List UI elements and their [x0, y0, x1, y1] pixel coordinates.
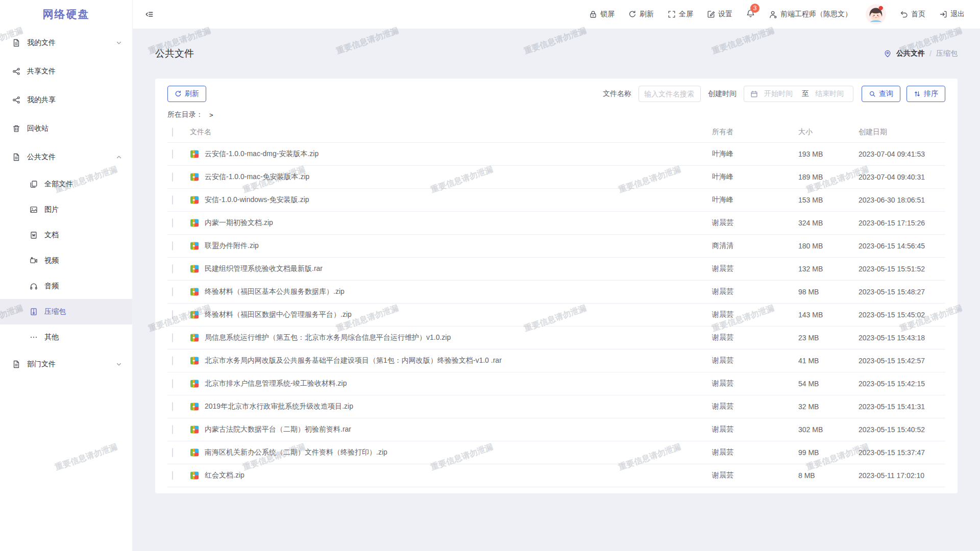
file-name[interactable]: 终验材料（福田区数据中心管理服务平台）.zip — [205, 310, 352, 319]
settings-label: 设置 — [718, 10, 732, 19]
breadcrumb-root[interactable]: 公共文件 — [896, 49, 925, 58]
select-all-checkbox[interactable] — [172, 128, 173, 137]
row-checkbox[interactable] — [172, 149, 173, 159]
sidebar-item-public-files[interactable]: 公共文件 — [0, 143, 132, 171]
table-row[interactable]: 局信息系统运行维护（第五包：北京市水务局综合信息平台运行维护）v1.0.zip谢… — [167, 327, 945, 349]
sidebar: 网络硬盘 我的文件共享文件我的共享回收站公共文件全部文件图片文档视频音频压缩包其… — [0, 0, 133, 551]
sidebar-item-shared-files[interactable]: 共享文件 — [0, 57, 132, 86]
file-name[interactable]: 内蒙古法院大数据平台（二期）初验前资料.rar — [205, 425, 351, 434]
file-name[interactable]: 红会文档.zip — [205, 471, 244, 480]
table-row[interactable]: 终验材料（福田区数据中心管理服务平台）.zip谢晨芸143 MB2023-05-… — [167, 304, 945, 327]
chevron-up-icon — [116, 154, 122, 160]
file-date: 2023-05-15 15:37:47 — [859, 448, 945, 457]
table-row[interactable]: 北京市排水户信息管理系统-竣工验收材料.zip谢晨芸54 MB2023-05-1… — [167, 372, 945, 395]
col-header-date[interactable]: 创建日期 — [859, 128, 945, 137]
filename-search-input[interactable] — [639, 86, 701, 102]
file-name[interactable]: 联盟办件附件.zip — [205, 241, 259, 251]
file-name[interactable]: 云安信-1.0.0-mac-免安装版本.zip — [205, 172, 309, 182]
row-checkbox[interactable] — [172, 264, 173, 273]
refresh-list-button[interactable]: 刷新 — [167, 86, 206, 102]
file-name[interactable]: 内蒙一期初验文档.zip — [205, 218, 273, 228]
file-owner: 谢晨芸 — [712, 448, 798, 457]
notifications-button[interactable]: 3 — [746, 9, 755, 19]
table-row[interactable]: 南海区机关新办公系统（二期）文件资料（终验打印）.zip谢晨芸99 MB2023… — [167, 441, 945, 464]
table-row[interactable]: 内蒙一期初验文档.zip谢晨芸324 MB2023-06-15 17:15:26 — [167, 212, 945, 235]
row-checkbox[interactable] — [172, 218, 173, 228]
file-name[interactable]: 南海区机关新办公系统（二期）文件资料（终验打印）.zip — [205, 448, 387, 457]
file-name[interactable]: 终验材料（福田区基本公共服务数据库）.zip — [205, 287, 345, 296]
file-list-card: 刷新 文件名称 创建时间 开始时间 至 结束时间 — [155, 79, 958, 493]
row-checkbox[interactable] — [172, 379, 173, 388]
table-row[interactable]: 安信-1.0.0-windows-免安装版.zip叶海峰153 MB2023-0… — [167, 189, 945, 212]
row-checkbox[interactable] — [172, 425, 173, 434]
file-size: 189 MB — [798, 173, 859, 181]
logout-button[interactable]: 退出 — [939, 10, 965, 19]
row-checkbox[interactable] — [172, 402, 173, 411]
table-row[interactable]: 民建组织管理系统验收文档最新版.rar谢晨芸132 MB2023-05-15 1… — [167, 258, 945, 281]
query-button[interactable]: 查询 — [862, 86, 900, 102]
sidebar-item-all-files[interactable]: 全部文件 — [0, 171, 132, 197]
filter-controls: 文件名称 创建时间 开始时间 至 结束时间 查询 — [603, 86, 945, 102]
row-checkbox[interactable] — [172, 333, 173, 342]
file-name[interactable]: 2019年北京市水行政审批系统升级改造项目.zip — [205, 402, 353, 411]
file-owner: 谢晨芸 — [712, 310, 798, 319]
table-row[interactable]: 终验材料（福田区基本公共服务数据库）.zip谢晨芸98 MB2023-05-15… — [167, 281, 945, 304]
sidebar-item-department-files[interactable]: 部门文件 — [0, 350, 132, 379]
fullscreen-button[interactable]: 全屏 — [668, 10, 693, 19]
date-range-picker[interactable]: 开始时间 至 结束时间 — [744, 86, 853, 102]
archive-file-icon — [190, 402, 199, 411]
table-row[interactable]: 2019年北京市水行政审批系统升级改造项目.zip谢晨芸32 MB2023-05… — [167, 395, 945, 418]
end-time-field[interactable]: 结束时间 — [815, 89, 847, 98]
sidebar-item-documents[interactable]: 文档 — [0, 222, 132, 248]
row-checkbox[interactable] — [172, 172, 173, 182]
sidebar-item-my-files[interactable]: 我的文件 — [0, 29, 132, 57]
sort-button[interactable]: 排序 — [906, 86, 945, 102]
row-checkbox[interactable] — [172, 241, 173, 251]
start-time-field[interactable]: 开始时间 — [764, 89, 796, 98]
col-header-owner[interactable]: 所有者 — [712, 128, 798, 137]
logout-icon — [939, 10, 947, 18]
archive-file-icon — [190, 425, 199, 434]
sidebar-item-videos[interactable]: 视频 — [0, 248, 132, 273]
table-row[interactable]: 北京市水务局内网改版及公共服务基础平台建设项目（第1包：内网改版）终验验文档-v… — [167, 349, 945, 372]
file-date: 2023-05-11 17:02:10 — [859, 471, 945, 480]
directory-chevron[interactable]: > — [209, 111, 213, 119]
trash-icon — [12, 124, 20, 133]
file-name[interactable]: 局信息系统运行维护（第五包：北京市水务局综合信息平台运行维护）v1.0.zip — [205, 333, 451, 342]
lock-screen-button[interactable]: 锁屏 — [589, 10, 615, 19]
row-checkbox[interactable] — [172, 471, 173, 480]
sidebar-item-my-shares[interactable]: 我的共享 — [0, 86, 132, 114]
row-checkbox[interactable] — [172, 287, 173, 296]
app-logo: 网络硬盘 — [0, 0, 132, 29]
sidebar-item-audio[interactable]: 音频 — [0, 273, 132, 299]
sidebar-item-archives[interactable]: 压缩包 — [0, 299, 132, 324]
file-name[interactable]: 北京市排水户信息管理系统-竣工验收材料.zip — [205, 379, 347, 388]
sidebar-item-images[interactable]: 图片 — [0, 197, 132, 222]
home-button[interactable]: 首页 — [900, 10, 925, 19]
refresh-page-button[interactable]: 刷新 — [628, 10, 654, 19]
archive-file-icon — [190, 471, 199, 480]
file-name[interactable]: 民建组织管理系统验收文档最新版.rar — [205, 264, 323, 273]
sidebar-item-others[interactable]: 其他 — [0, 324, 132, 350]
sidebar-item-recycle-bin[interactable]: 回收站 — [0, 114, 132, 143]
file-name[interactable]: 云安信-1.0.0-mac-dmg-安装版本.zip — [205, 149, 318, 159]
file-name[interactable]: 北京市水务局内网改版及公共服务基础平台建设项目（第1包：内网改版）终验验文档-v… — [205, 356, 502, 365]
table-row[interactable]: 云安信-1.0.0-mac-免安装版本.zip叶海峰189 MB2023-07-… — [167, 166, 945, 189]
file-owner: 谢晨芸 — [712, 218, 798, 228]
settings-button[interactable]: 设置 — [707, 10, 732, 19]
user-avatar[interactable] — [866, 4, 886, 24]
row-checkbox[interactable] — [172, 195, 173, 205]
row-checkbox[interactable] — [172, 448, 173, 457]
col-header-size[interactable]: 大小 — [798, 128, 859, 137]
col-header-name[interactable]: 文件名 — [190, 128, 712, 137]
file-name[interactable]: 安信-1.0.0-windows-免安装版.zip — [205, 195, 309, 205]
topbar-actions: 锁屏 刷新 全屏 设置 3 — [589, 4, 965, 24]
table-row[interactable]: 红会文档.zip谢晨芸8 MB2023-05-11 17:02:10 — [167, 464, 945, 487]
row-checkbox[interactable] — [172, 356, 173, 365]
table-row[interactable]: 联盟办件附件.zip商清清180 MB2023-06-15 14:56:45 — [167, 235, 945, 258]
row-checkbox[interactable] — [172, 310, 173, 319]
table-row[interactable]: 内蒙古法院大数据平台（二期）初验前资料.rar谢晨芸302 MB2023-05-… — [167, 418, 945, 441]
sidebar-fold-icon[interactable] — [145, 10, 154, 19]
user-menu[interactable]: 前端工程师（陈思文） — [769, 10, 852, 19]
table-row[interactable]: 云安信-1.0.0-mac-dmg-安装版本.zip叶海峰193 MB2023-… — [167, 143, 945, 166]
